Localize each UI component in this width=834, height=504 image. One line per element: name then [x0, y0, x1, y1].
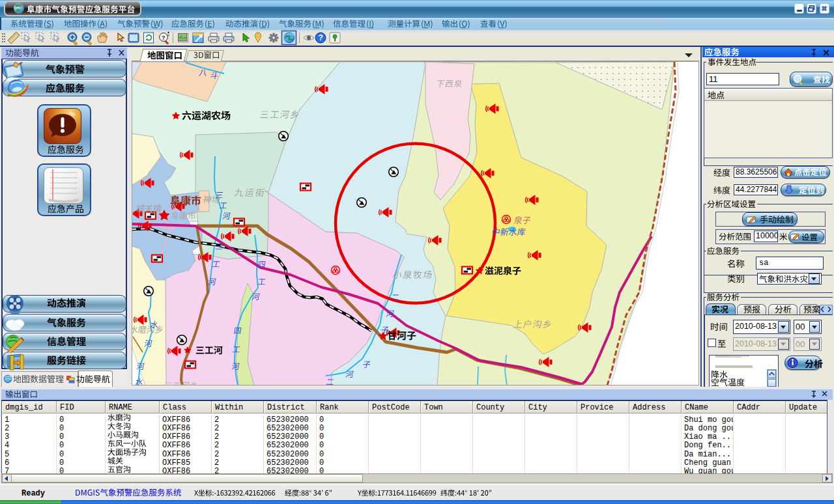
svg-text:?: ? [162, 35, 165, 41]
svg-text:?: ? [319, 33, 323, 42]
